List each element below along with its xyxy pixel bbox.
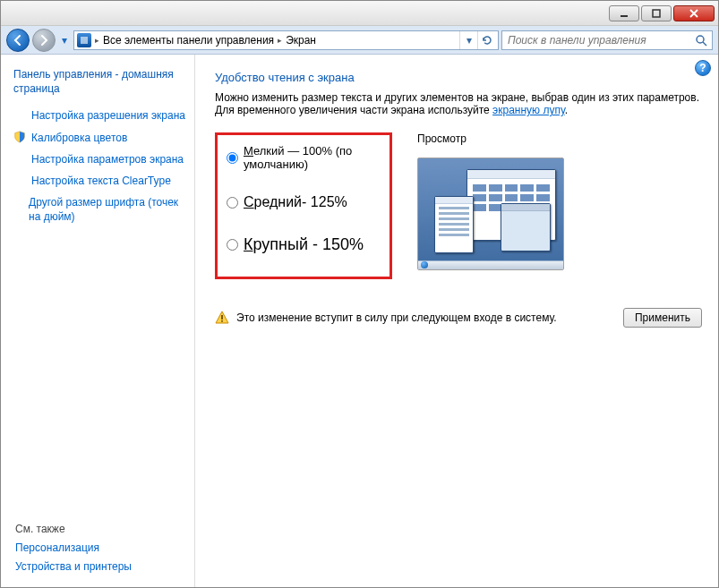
description-text: Можно изменить размер текста и других эл… (215, 91, 702, 116)
forward-button[interactable] (32, 29, 56, 52)
radio-large[interactable]: Крупный - 150% (227, 235, 379, 254)
sidebar-link-cleartype[interactable]: Настройка текста ClearType (31, 174, 171, 188)
svg-rect-6 (221, 320, 223, 322)
see-also-personalization[interactable]: Персонализация (15, 541, 194, 555)
warning-icon (215, 311, 229, 325)
svg-point-3 (697, 36, 704, 43)
see-also-label: См. также (15, 523, 194, 535)
sidebar-link-display-settings[interactable]: Настройка параметров экрана (31, 152, 184, 166)
sidebar-link-resolution[interactable]: Настройка разрешения экрана (31, 108, 185, 123)
address-dropdown-button[interactable]: ▾ (459, 31, 477, 49)
search-input[interactable] (506, 33, 690, 47)
sidebar-home-link[interactable]: Панель управления - домашняя страница (13, 67, 194, 96)
preview-thumbnail (417, 158, 564, 270)
main-panel: ? Удобство чтения с экрана Можно изменит… (195, 55, 718, 587)
shield-icon (13, 131, 26, 143)
back-button[interactable] (6, 29, 30, 52)
minimize-button[interactable] (609, 5, 639, 21)
breadcrumb: Все элементы панели управления ▸ Экран (103, 34, 316, 47)
breadcrumb-parent[interactable]: Все элементы панели управления (103, 34, 274, 47)
sidebar-link-color-calibration[interactable]: Калибровка цветов (31, 131, 127, 145)
navbar: ▾ ▸ Все элементы панели управления ▸ Экр… (1, 26, 718, 55)
radio-medium-input[interactable] (227, 197, 238, 209)
page-title: Удобство чтения с экрана (215, 71, 702, 84)
help-button[interactable]: ? (695, 60, 711, 76)
address-bar[interactable]: ▸ Все элементы панели управления ▸ Экран… (73, 30, 499, 50)
maximize-button[interactable] (641, 5, 672, 21)
magnifier-link[interactable]: экранную лупу (492, 104, 565, 116)
svg-rect-1 (653, 10, 660, 17)
sidebar-link-custom-dpi[interactable]: Другой размер шрифта (точек на дюйм) (29, 195, 185, 224)
radio-small[interactable]: Мелкий — 100% (по умолчанию) (227, 144, 379, 171)
close-button[interactable] (673, 5, 715, 21)
control-panel-icon (77, 33, 91, 47)
titlebar (1, 1, 718, 26)
svg-rect-2 (81, 37, 88, 44)
apply-button[interactable]: Применить (623, 308, 702, 328)
radio-small-input[interactable] (227, 152, 238, 164)
search-box[interactable] (501, 30, 713, 50)
search-icon[interactable] (694, 33, 708, 47)
see-also-section: См. также Персонализация Устройства и пр… (13, 517, 194, 578)
control-panel-window: ▾ ▸ Все элементы панели управления ▸ Экр… (0, 0, 719, 588)
svg-rect-0 (621, 15, 628, 17)
history-dropdown-button[interactable]: ▾ (58, 29, 71, 52)
radio-medium[interactable]: Средний- 125% (227, 194, 379, 210)
sidebar: Панель управления - домашняя страница На… (1, 55, 195, 587)
preview-label: Просмотр (417, 132, 702, 145)
svg-rect-5 (221, 315, 223, 320)
refresh-button[interactable] (477, 31, 495, 49)
svg-line-4 (703, 42, 706, 46)
size-options-highlight: Мелкий — 100% (по умолчанию) Средний- 12… (215, 132, 392, 279)
warning-message: Это изменение вступит в силу при следующ… (215, 311, 614, 325)
breadcrumb-current[interactable]: Экран (286, 34, 316, 47)
radio-large-input[interactable] (227, 239, 238, 251)
see-also-devices-printers[interactable]: Устройства и принтеры (15, 559, 194, 574)
